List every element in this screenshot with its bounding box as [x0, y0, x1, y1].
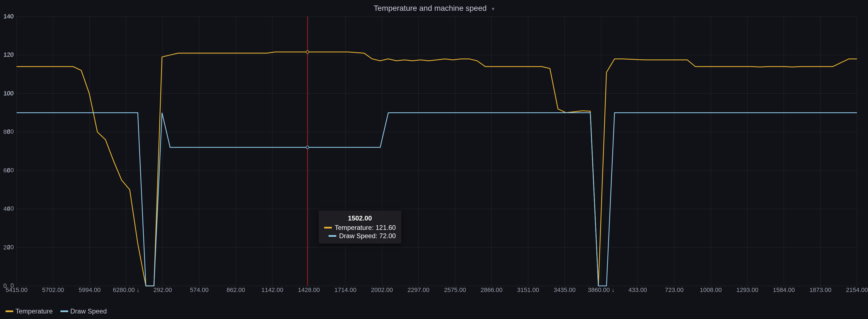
x-tick-label: 6280.00 ↓ [113, 286, 140, 294]
y-tick-label: 0 [3, 282, 7, 289]
tooltip-x-value: 1502.00 [324, 215, 396, 222]
tooltip-swatch [324, 227, 332, 228]
x-tick-label: 2297.00 [407, 286, 430, 294]
y-tick-label: 20 [3, 244, 10, 251]
x-tick-label: 292.00 [154, 286, 172, 294]
x-tick-label: 3860.00 ↓ [588, 286, 615, 294]
chart-panel: Temperature and machine speed ▾ 02040608… [0, 0, 868, 319]
x-tick-label: 1873.00 [809, 286, 832, 294]
legend-swatch [60, 311, 68, 312]
x-tick-label: 3151.00 [517, 286, 539, 294]
tooltip-swatch [329, 235, 336, 237]
x-tick-label: 1584.00 [773, 286, 795, 294]
x-tick-label: 2575.00 [444, 286, 466, 294]
legend-item-draw-speed[interactable]: Draw Speed [60, 308, 107, 315]
y-tick-label: 140 [3, 13, 13, 20]
x-tick-label: 1008.00 [700, 286, 722, 294]
x-tick-label: 3435.00 [554, 286, 576, 294]
tooltip-row: Temperature: 121.60 [324, 224, 396, 231]
x-tick-label: 723.00 [665, 286, 684, 294]
panel-title[interactable]: Temperature and machine speed ▾ [0, 0, 868, 14]
x-tick-label: 574.00 [190, 286, 209, 294]
x-tick-label: 2002.00 [371, 286, 393, 294]
x-tick-label: 5415.00 [5, 286, 28, 294]
x-tick-label: 433.00 [628, 286, 647, 294]
plot-area[interactable]: 020406080100120140 [17, 17, 857, 286]
legend-label: Draw Speed [70, 308, 107, 315]
x-tick-label: 862.00 [226, 286, 245, 294]
legend-swatch [5, 311, 13, 312]
tooltip-series-value: Draw Speed: 72.00 [339, 232, 396, 240]
y-tick-label: 100 [3, 90, 13, 97]
y-tick-label: 120 [3, 51, 13, 59]
x-axis-labels: 5415.005702.005994.006280.00 ↓292.00574.… [17, 286, 857, 295]
chevron-down-icon[interactable]: ▾ [492, 5, 494, 12]
chart-svg: 020406080100120140 [17, 17, 857, 286]
tooltip-series-value: Temperature: 121.60 [335, 224, 396, 231]
x-tick-label: 2154.00 [846, 286, 868, 294]
legend-label: Temperature [16, 308, 53, 315]
x-tick-label: 5702.00 [42, 286, 64, 294]
legend: Temperature Draw Speed [5, 308, 107, 315]
tooltip-row: Draw Speed: 72.00 [324, 232, 396, 240]
x-tick-label: 2866.00 [480, 286, 503, 294]
x-tick-label: 1293.00 [736, 286, 758, 294]
legend-item-temperature[interactable]: Temperature [5, 308, 53, 315]
y-tick-label: 40 [3, 205, 10, 213]
hover-tooltip: 1502.00 Temperature: 121.60Draw Speed: 7… [319, 211, 401, 244]
svg-point-42 [306, 146, 309, 149]
y-tick-label: 80 [3, 128, 10, 135]
x-tick-label: 1142.00 [261, 286, 283, 294]
y-tick-label: 60 [3, 167, 10, 174]
x-tick-label: 1428.00 [298, 286, 320, 294]
svg-point-41 [306, 51, 309, 53]
panel-title-text: Temperature and machine speed [374, 4, 487, 12]
x-tick-label: 1714.00 [334, 286, 356, 294]
x-tick-label: 5994.00 [79, 286, 101, 294]
